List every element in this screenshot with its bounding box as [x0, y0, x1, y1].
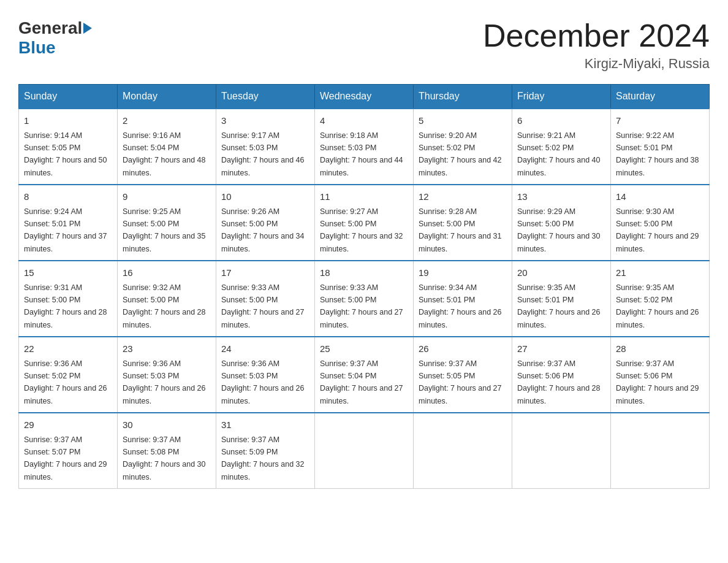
day-info: Sunrise: 9:33 AMSunset: 5:00 PMDaylight:… [320, 283, 403, 329]
calendar-week-row: 8 Sunrise: 9:24 AMSunset: 5:01 PMDayligh… [19, 185, 710, 261]
day-number: 14 [616, 190, 704, 204]
day-info: Sunrise: 9:36 AMSunset: 5:02 PMDaylight:… [24, 359, 107, 405]
day-info: Sunrise: 9:37 AMSunset: 5:06 PMDaylight:… [616, 359, 699, 405]
day-info: Sunrise: 9:34 AMSunset: 5:01 PMDaylight:… [419, 283, 502, 329]
table-row: 19 Sunrise: 9:34 AMSunset: 5:01 PMDaylig… [414, 261, 512, 337]
day-info: Sunrise: 9:22 AMSunset: 5:01 PMDaylight:… [616, 131, 699, 177]
day-info: Sunrise: 9:26 AMSunset: 5:00 PMDaylight:… [221, 207, 305, 253]
table-row: 15 Sunrise: 9:31 AMSunset: 5:00 PMDaylig… [19, 261, 118, 337]
day-info: Sunrise: 9:37 AMSunset: 5:04 PMDaylight:… [320, 359, 403, 405]
table-row [611, 413, 710, 489]
day-number: 22 [24, 342, 112, 356]
day-number: 24 [221, 342, 309, 356]
day-number: 31 [221, 418, 309, 432]
day-number: 4 [320, 114, 408, 128]
day-info: Sunrise: 9:35 AMSunset: 5:01 PMDaylight:… [517, 283, 601, 329]
day-info: Sunrise: 9:21 AMSunset: 5:02 PMDaylight:… [517, 131, 601, 177]
day-info: Sunrise: 9:35 AMSunset: 5:02 PMDaylight:… [616, 283, 699, 329]
day-number: 6 [517, 114, 605, 128]
day-info: Sunrise: 9:24 AMSunset: 5:01 PMDaylight:… [24, 207, 107, 253]
table-row [512, 413, 611, 489]
day-info: Sunrise: 9:32 AMSunset: 5:00 PMDaylight:… [123, 283, 206, 329]
table-row: 30 Sunrise: 9:37 AMSunset: 5:08 PMDaylig… [118, 413, 216, 489]
day-info: Sunrise: 9:37 AMSunset: 5:09 PMDaylight:… [221, 435, 305, 481]
table-row: 10 Sunrise: 9:26 AMSunset: 5:00 PMDaylig… [216, 185, 315, 261]
header-sunday: Sunday [19, 85, 118, 109]
table-row: 3 Sunrise: 9:17 AMSunset: 5:03 PMDayligh… [216, 109, 315, 185]
day-number: 17 [221, 266, 309, 280]
header-friday: Friday [512, 85, 611, 109]
table-row: 16 Sunrise: 9:32 AMSunset: 5:00 PMDaylig… [118, 261, 216, 337]
day-number: 26 [419, 342, 507, 356]
table-row: 13 Sunrise: 9:29 AMSunset: 5:00 PMDaylig… [512, 185, 611, 261]
page-header: General Blue December 2024 Kirgiz-Miyaki… [18, 18, 710, 72]
table-row: 4 Sunrise: 9:18 AMSunset: 5:03 PMDayligh… [315, 109, 414, 185]
table-row: 7 Sunrise: 9:22 AMSunset: 5:01 PMDayligh… [611, 109, 710, 185]
day-info: Sunrise: 9:31 AMSunset: 5:00 PMDaylight:… [24, 283, 107, 329]
table-row: 25 Sunrise: 9:37 AMSunset: 5:04 PMDaylig… [315, 337, 414, 413]
month-title: December 2024 [483, 18, 710, 53]
day-number: 29 [24, 418, 112, 432]
day-number: 16 [123, 266, 211, 280]
day-info: Sunrise: 9:37 AMSunset: 5:05 PMDaylight:… [419, 359, 502, 405]
day-info: Sunrise: 9:16 AMSunset: 5:04 PMDaylight:… [123, 131, 206, 177]
calendar-table: Sunday Monday Tuesday Wednesday Thursday… [18, 84, 710, 489]
logo: General Blue [18, 18, 93, 58]
day-info: Sunrise: 9:20 AMSunset: 5:02 PMDaylight:… [419, 131, 502, 177]
day-info: Sunrise: 9:28 AMSunset: 5:00 PMDaylight:… [419, 207, 502, 253]
table-row: 28 Sunrise: 9:37 AMSunset: 5:06 PMDaylig… [611, 337, 710, 413]
header-tuesday: Tuesday [216, 85, 315, 109]
day-number: 1 [24, 114, 112, 128]
table-row: 1 Sunrise: 9:14 AMSunset: 5:05 PMDayligh… [19, 109, 118, 185]
table-row: 6 Sunrise: 9:21 AMSunset: 5:02 PMDayligh… [512, 109, 611, 185]
header-wednesday: Wednesday [315, 85, 414, 109]
day-info: Sunrise: 9:37 AMSunset: 5:08 PMDaylight:… [123, 435, 206, 481]
day-number: 18 [320, 266, 408, 280]
table-row [414, 413, 512, 489]
day-info: Sunrise: 9:29 AMSunset: 5:00 PMDaylight:… [517, 207, 601, 253]
day-number: 23 [123, 342, 211, 356]
table-row: 22 Sunrise: 9:36 AMSunset: 5:02 PMDaylig… [19, 337, 118, 413]
table-row: 29 Sunrise: 9:37 AMSunset: 5:07 PMDaylig… [19, 413, 118, 489]
day-info: Sunrise: 9:36 AMSunset: 5:03 PMDaylight:… [123, 359, 206, 405]
header-monday: Monday [118, 85, 216, 109]
day-number: 8 [24, 190, 112, 204]
day-number: 30 [123, 418, 211, 432]
table-row: 18 Sunrise: 9:33 AMSunset: 5:00 PMDaylig… [315, 261, 414, 337]
header-thursday: Thursday [414, 85, 512, 109]
table-row: 23 Sunrise: 9:36 AMSunset: 5:03 PMDaylig… [118, 337, 216, 413]
table-row: 26 Sunrise: 9:37 AMSunset: 5:05 PMDaylig… [414, 337, 512, 413]
day-number: 15 [24, 266, 112, 280]
day-number: 13 [517, 190, 605, 204]
day-number: 7 [616, 114, 704, 128]
table-row: 20 Sunrise: 9:35 AMSunset: 5:01 PMDaylig… [512, 261, 611, 337]
day-info: Sunrise: 9:33 AMSunset: 5:00 PMDaylight:… [221, 283, 305, 329]
day-number: 28 [616, 342, 704, 356]
day-number: 19 [419, 266, 507, 280]
table-row: 27 Sunrise: 9:37 AMSunset: 5:06 PMDaylig… [512, 337, 611, 413]
day-info: Sunrise: 9:37 AMSunset: 5:07 PMDaylight:… [24, 435, 107, 481]
day-number: 21 [616, 266, 704, 280]
day-number: 27 [517, 342, 605, 356]
day-info: Sunrise: 9:14 AMSunset: 5:05 PMDaylight:… [24, 131, 107, 177]
table-row: 24 Sunrise: 9:36 AMSunset: 5:03 PMDaylig… [216, 337, 315, 413]
table-row: 8 Sunrise: 9:24 AMSunset: 5:01 PMDayligh… [19, 185, 118, 261]
calendar-week-row: 22 Sunrise: 9:36 AMSunset: 5:02 PMDaylig… [19, 337, 710, 413]
calendar-week-row: 29 Sunrise: 9:37 AMSunset: 5:07 PMDaylig… [19, 413, 710, 489]
day-number: 2 [123, 114, 211, 128]
day-info: Sunrise: 9:17 AMSunset: 5:03 PMDaylight:… [221, 131, 305, 177]
day-info: Sunrise: 9:30 AMSunset: 5:00 PMDaylight:… [616, 207, 699, 253]
table-row: 14 Sunrise: 9:30 AMSunset: 5:00 PMDaylig… [611, 185, 710, 261]
day-number: 3 [221, 114, 309, 128]
day-number: 12 [419, 190, 507, 204]
table-row: 2 Sunrise: 9:16 AMSunset: 5:04 PMDayligh… [118, 109, 216, 185]
day-number: 5 [419, 114, 507, 128]
day-number: 20 [517, 266, 605, 280]
table-row: 31 Sunrise: 9:37 AMSunset: 5:09 PMDaylig… [216, 413, 315, 489]
calendar-week-row: 15 Sunrise: 9:31 AMSunset: 5:00 PMDaylig… [19, 261, 710, 337]
day-number: 9 [123, 190, 211, 204]
header-saturday: Saturday [611, 85, 710, 109]
location: Kirgiz-Miyaki, Russia [483, 56, 710, 72]
day-info: Sunrise: 9:25 AMSunset: 5:00 PMDaylight:… [123, 207, 206, 253]
logo-blue-text: Blue [18, 38, 56, 57]
